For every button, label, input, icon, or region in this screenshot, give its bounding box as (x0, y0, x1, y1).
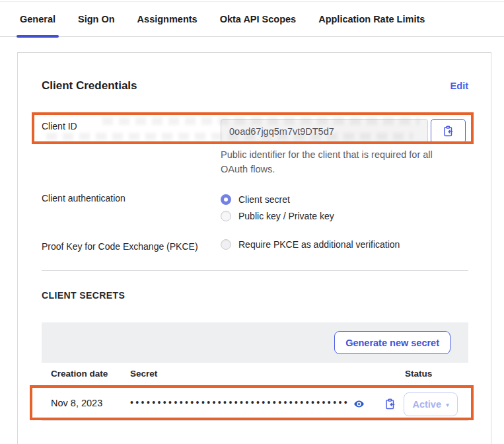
client-secrets-heading: CLIENT SECRETS (42, 290, 125, 301)
tab-bar: General Sign On Assignments Okta API Sco… (0, 0, 504, 37)
client-authentication-label: Client authentication (42, 193, 126, 204)
pkce-checkbox-row[interactable]: Require PKCE as additional verification (221, 239, 400, 250)
tab-general[interactable]: General (18, 14, 57, 36)
client-id-input[interactable] (221, 119, 428, 143)
radio-unselected-icon[interactable] (221, 211, 231, 221)
tab-sign-on[interactable]: Sign On (77, 14, 116, 36)
secret-creation-date: Nov 8, 2023 (51, 398, 102, 408)
tab-application-rate-limits[interactable]: Application Rate Limits (317, 14, 426, 36)
pkce-label: Proof Key for Code Exchange (PKCE) (42, 241, 198, 252)
secrets-table-header: Creation date Secret Status (42, 363, 468, 387)
secret-value-cell: •••••••••••••••••••••••••••••••••••••••• (130, 387, 396, 420)
tab-okta-api-scopes[interactable]: Okta API Scopes (219, 14, 298, 36)
client-secrets-toolbar: Generate new secret (42, 322, 468, 363)
okta-app-settings-page: General Sign On Assignments Okta API Sco… (0, 0, 504, 444)
masked-secret-value: •••••••••••••••••••••••••••••••••••••••• (130, 397, 349, 408)
caret-down-icon: ▾ (446, 401, 449, 408)
client-id-label: Client ID (42, 121, 77, 131)
client-id-field-group (221, 119, 466, 143)
radio-selected-icon[interactable] (221, 194, 231, 205)
generate-new-secret-button[interactable]: Generate new secret (334, 331, 450, 354)
secret-table-row: Nov 8, 2023 ••••••••••••••••••••••••••••… (42, 387, 468, 421)
radio-option-label: Public key / Private key (238, 211, 334, 221)
copy-client-id-button[interactable] (431, 119, 466, 143)
pkce-option-label: Require PKCE as additional verification (238, 239, 400, 250)
radio-option-label: Client secret (238, 194, 290, 205)
clipboard-copy-icon (443, 126, 454, 137)
column-header-creation-date: Creation date (51, 369, 108, 379)
column-header-secret: Secret (130, 369, 157, 379)
column-header-status: Status (405, 369, 432, 379)
edit-link[interactable]: Edit (450, 81, 468, 91)
client-id-helper-text: Public identifier for the client that is… (221, 147, 448, 177)
clipboard-copy-icon (384, 398, 396, 410)
client-authentication-options: Client secret Public key / Private key (221, 191, 334, 224)
status-label: Active (412, 399, 441, 410)
client-credentials-card: Client Credentials Edit Client ID Public… (17, 52, 491, 444)
status-dropdown-button[interactable]: Active ▾ (404, 392, 458, 416)
tab-assignments[interactable]: Assignments (136, 14, 199, 36)
radio-option-client-secret[interactable]: Client secret (221, 191, 334, 207)
reveal-secret-button[interactable] (353, 398, 365, 410)
checkbox-unchecked-icon[interactable] (221, 239, 231, 250)
eye-icon (353, 398, 365, 410)
radio-option-public-private-key[interactable]: Public key / Private key (221, 207, 334, 224)
section-title: Client Credentials (42, 79, 137, 92)
section-divider (42, 270, 468, 271)
copy-secret-button[interactable] (384, 398, 396, 410)
